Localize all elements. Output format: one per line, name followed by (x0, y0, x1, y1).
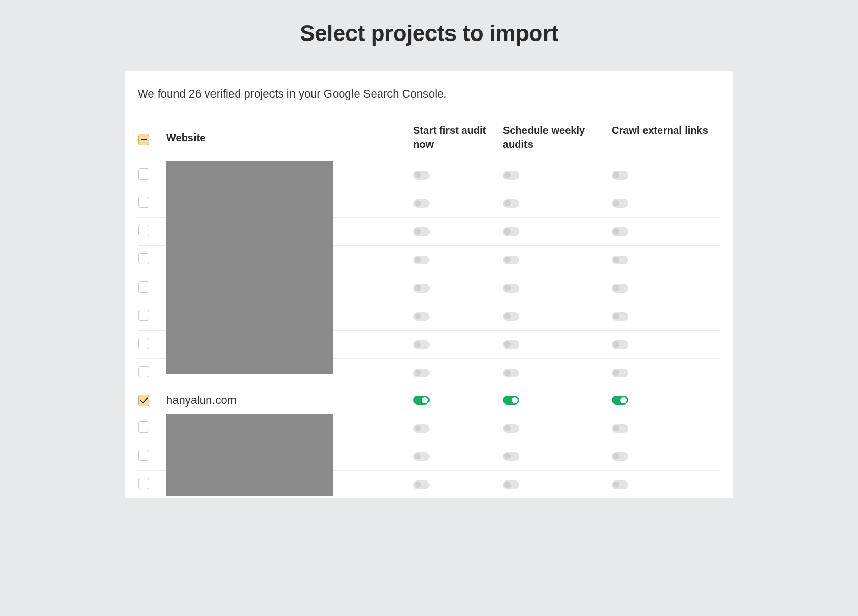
table-row (138, 302, 720, 331)
toggle-external[interactable] (612, 480, 628, 489)
column-external: Crawl external links (612, 124, 720, 138)
select-all-checkbox[interactable] (138, 134, 149, 145)
toggle-external[interactable] (612, 340, 628, 349)
toggle-weekly[interactable] (503, 171, 519, 180)
toggle-weekly[interactable] (503, 284, 519, 293)
toggle-external[interactable] (612, 312, 628, 321)
toggle-weekly[interactable] (503, 369, 519, 377)
website-cell (166, 420, 413, 436)
toggle-audit-now[interactable] (413, 284, 430, 293)
table-row (138, 189, 720, 218)
table-row: hanyalun.com (138, 387, 720, 414)
website-cell: hanyalun.com (166, 394, 413, 407)
toggle-weekly[interactable] (503, 256, 519, 264)
website-cell (166, 448, 413, 465)
website-label: hanyalun.com (166, 394, 237, 407)
website-cell (166, 167, 413, 183)
toggle-external[interactable] (612, 369, 628, 377)
website-cell (166, 280, 413, 296)
row-checkbox[interactable] (138, 253, 149, 264)
row-checkbox[interactable] (138, 338, 149, 349)
row-checkbox[interactable] (138, 225, 149, 236)
row-checkbox[interactable] (138, 450, 149, 461)
row-checkbox[interactable] (138, 478, 149, 489)
table-row (138, 161, 720, 189)
toggle-weekly[interactable] (503, 312, 519, 321)
website-cell (166, 364, 413, 381)
toggle-external[interactable] (612, 199, 628, 208)
table-row (138, 218, 720, 246)
column-website: Website (166, 131, 413, 145)
toggle-external[interactable] (612, 227, 628, 236)
column-website-label: Website (166, 131, 205, 145)
toggle-weekly[interactable] (503, 227, 519, 236)
redacted-group-2 (138, 414, 720, 498)
toggle-audit-now[interactable] (413, 480, 430, 489)
table-row (138, 442, 720, 471)
select-all-cell (138, 130, 166, 145)
column-audit-now: Start first audit now (413, 124, 503, 151)
toggle-weekly[interactable] (503, 424, 519, 433)
website-cell (166, 308, 413, 324)
table-row (138, 246, 720, 274)
toggle-external[interactable] (612, 396, 628, 405)
table-row (138, 274, 720, 302)
toggle-audit-now[interactable] (413, 396, 430, 405)
table-row (138, 414, 720, 442)
row-checkbox[interactable] (138, 366, 149, 377)
toggle-audit-now[interactable] (413, 227, 430, 236)
projects-table: Website Start first audit now Schedule w… (125, 114, 733, 498)
website-cell (166, 223, 413, 240)
table-body: hanyalun.com (125, 161, 733, 498)
row-checkbox[interactable] (138, 168, 149, 180)
toggle-weekly[interactable] (503, 199, 519, 208)
toggle-weekly[interactable] (503, 340, 519, 349)
toggle-external[interactable] (612, 284, 628, 293)
toggle-external[interactable] (612, 424, 628, 433)
row-checkbox[interactable] (138, 421, 149, 433)
row-checkbox[interactable] (138, 281, 149, 293)
toggle-audit-now[interactable] (413, 199, 430, 208)
page-title: Select projects to import (0, 21, 858, 46)
table-row (138, 359, 720, 387)
website-cell (166, 336, 413, 353)
toggle-audit-now[interactable] (413, 452, 430, 461)
website-cell (166, 195, 413, 211)
toggle-audit-now[interactable] (413, 171, 430, 180)
table-header-row: Website Start first audit now Schedule w… (125, 114, 733, 161)
redacted-group-1 (138, 161, 720, 387)
toggle-audit-now[interactable] (413, 340, 430, 349)
row-checkbox[interactable] (138, 395, 149, 406)
import-card: We found 26 verified projects in your Go… (125, 71, 733, 498)
toggle-weekly[interactable] (503, 480, 519, 489)
toggle-weekly[interactable] (503, 396, 519, 405)
summary-text: We found 26 verified projects in your Go… (125, 71, 733, 114)
toggle-audit-now[interactable] (413, 369, 430, 377)
column-weekly: Schedule weekly audits (503, 124, 612, 151)
toggle-audit-now[interactable] (413, 312, 430, 321)
table-row (138, 331, 720, 359)
website-cell (166, 252, 413, 268)
row-checkbox[interactable] (138, 310, 149, 321)
toggle-weekly[interactable] (503, 452, 519, 461)
toggle-audit-now[interactable] (413, 256, 430, 264)
toggle-audit-now[interactable] (413, 424, 430, 433)
toggle-external[interactable] (612, 452, 628, 461)
toggle-external[interactable] (612, 171, 628, 180)
row-checkbox[interactable] (138, 197, 149, 208)
toggle-external[interactable] (612, 256, 628, 264)
table-row (138, 471, 720, 498)
website-cell (166, 476, 413, 493)
